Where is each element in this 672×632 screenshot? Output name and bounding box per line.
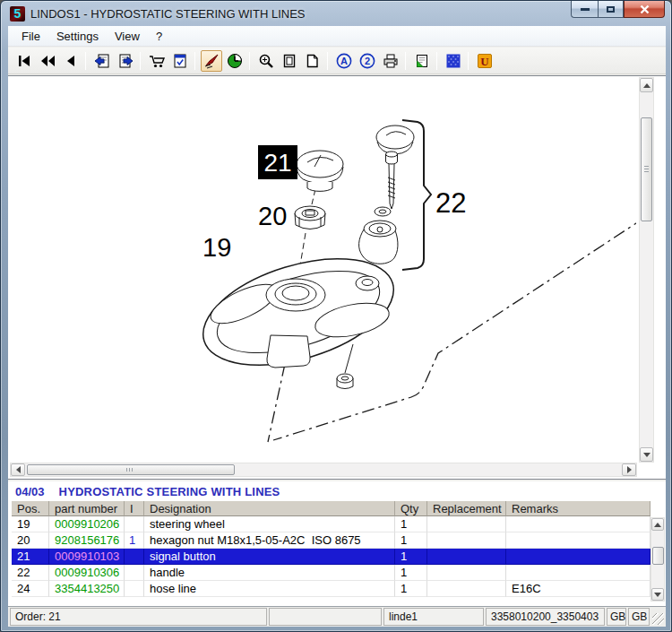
- callout-22[interactable]: 22: [435, 187, 466, 219]
- document-next-button[interactable]: [115, 50, 136, 72]
- document-previous-button[interactable]: [91, 50, 113, 72]
- cell-part-number: 9208156176: [49, 532, 125, 549]
- vertical-scroll-thumb[interactable]: [641, 117, 652, 221]
- diagram-canvas[interactable]: 19 20 21 22: [8, 75, 666, 480]
- cell-part-number: 0009910206: [49, 516, 125, 532]
- assembly-name: HYDROSTATIC STEERING WITH LINES: [59, 485, 280, 498]
- svg-text:U: U: [480, 54, 489, 67]
- window-title: LINDOS1 - HYDROSTATIC STEERING WITH LINE…: [30, 7, 306, 21]
- marker-toggle-button[interactable]: [201, 50, 222, 72]
- notepad-button[interactable]: [411, 50, 433, 72]
- exploded-view-drawing: 19 20 21 22: [9, 77, 636, 462]
- toolbar-separator: [436, 52, 437, 70]
- toolbar: A 2 U: [8, 48, 666, 74]
- maximize-icon: [607, 6, 615, 13]
- world-clock-button[interactable]: [224, 50, 246, 72]
- cell-designation: handle: [144, 565, 395, 581]
- minimize-button[interactable]: [571, 1, 598, 18]
- cell-i: [125, 565, 144, 581]
- date-code: 04/03: [15, 485, 45, 498]
- svg-text:2: 2: [365, 56, 370, 66]
- app-window: 5 LINDOS1 - HYDROSTATIC STEERING WITH LI…: [0, 0, 672, 632]
- marker-pen-icon: [202, 52, 220, 70]
- resize-grip[interactable]: [652, 613, 664, 625]
- status-document: 3358010200_3350403: [486, 608, 605, 626]
- go-previous-button[interactable]: [60, 50, 82, 72]
- menu-view[interactable]: View: [107, 28, 148, 45]
- toolbar-separator: [468, 52, 469, 70]
- drawing-vertical-scrollbar[interactable]: [639, 77, 654, 463]
- menu-settings[interactable]: Settings: [48, 28, 107, 45]
- scroll-right-button[interactable]: [622, 463, 636, 476]
- page-view-large-button[interactable]: [302, 50, 323, 72]
- title-bar[interactable]: 5 LINDOS1 - HYDROSTATIC STEERING WITH LI…: [1, 1, 672, 26]
- assembly-title: 04/03 HYDROSTATIC STEERING WITH LINES: [8, 481, 666, 501]
- table-vertical-scrollbar[interactable]: [650, 517, 665, 602]
- go-first-button[interactable]: [13, 50, 35, 72]
- table-row-pos-24[interactable]: 24 3354413250 hose line 1 E16C: [12, 581, 650, 597]
- world-clock-icon: [226, 52, 244, 70]
- table-row-pos-20[interactable]: 20 9208156176 1 hexagon nut M18x1,5-05-A…: [12, 532, 650, 549]
- cell-qty: 1: [395, 565, 427, 581]
- pattern-box-button[interactable]: [443, 50, 464, 72]
- cell-designation: steering wheel: [144, 516, 395, 532]
- scroll-left-button[interactable]: [11, 463, 25, 476]
- cell-designation: signal button: [144, 549, 395, 565]
- toolbar-separator: [140, 52, 141, 70]
- arrow-up-icon: [643, 83, 650, 88]
- col-pos: Pos.: [12, 501, 49, 516]
- cell-replacement: [427, 581, 506, 597]
- close-button[interactable]: [624, 1, 665, 18]
- label-a-button[interactable]: A: [333, 50, 355, 72]
- cell-i: [125, 549, 144, 565]
- cell-designation: hexagon nut M18x1,5-05-A2C ISO 8675: [144, 532, 395, 549]
- arrow-down-icon: [654, 593, 661, 597]
- cell-pos: 19: [12, 516, 49, 532]
- page-view-small-icon: [280, 52, 298, 70]
- menu-file[interactable]: File: [13, 28, 48, 45]
- callout-19[interactable]: 19: [202, 233, 231, 262]
- maximize-button[interactable]: [598, 1, 624, 18]
- horizontal-scroll-thumb[interactable]: [27, 464, 235, 475]
- drawing-horizontal-scrollbar[interactable]: [10, 463, 637, 477]
- document-next-icon: [116, 52, 134, 70]
- zoom-icon: [257, 52, 275, 70]
- order-list-button[interactable]: [169, 50, 191, 72]
- shopping-cart-button[interactable]: [146, 50, 168, 72]
- table-row-pos-21-selected[interactable]: 21 0009910103 signal button 1: [12, 549, 650, 565]
- label-2-button[interactable]: 2: [357, 50, 378, 72]
- toolbar-separator: [194, 52, 195, 70]
- cell-pos: 20: [12, 532, 49, 549]
- scroll-up-button[interactable]: [640, 78, 653, 92]
- arrow-right-icon: [627, 466, 632, 473]
- part-hexagon-nut[interactable]: [295, 206, 325, 229]
- chain-line: [268, 364, 285, 442]
- scroll-up-button[interactable]: [651, 518, 664, 531]
- cell-replacement: [427, 516, 506, 532]
- minimize-icon: [581, 8, 590, 11]
- thumb-grip: [644, 166, 649, 173]
- scroll-down-button[interactable]: [640, 447, 653, 462]
- go-previous-fast-button[interactable]: [37, 50, 58, 72]
- status-empty: [269, 608, 382, 626]
- scroll-down-button[interactable]: [651, 588, 664, 601]
- part-handle-assembly[interactable]: [359, 120, 431, 270]
- part-signal-button[interactable]: [297, 151, 343, 191]
- table-row-pos-22[interactable]: 22 0009910306 handle 1: [12, 565, 650, 581]
- label-a-icon: A: [335, 52, 353, 70]
- menu-help[interactable]: ?: [148, 28, 170, 45]
- status-user: linde1: [383, 608, 484, 626]
- callout-21-highlighted[interactable]: 21: [258, 145, 297, 179]
- zoom-button[interactable]: [255, 50, 277, 72]
- arrow-up-icon: [654, 523, 661, 527]
- usage-u-button[interactable]: U: [474, 50, 495, 72]
- table-row-pos-19[interactable]: 19 0009910206 steering wheel 1: [12, 516, 650, 532]
- status-bar: Order: 21 linde1 3358010200_3350403 GB G…: [8, 607, 666, 627]
- page-view-small-button[interactable]: [279, 50, 300, 72]
- go-first-icon: [15, 52, 33, 70]
- print-button[interactable]: [380, 50, 401, 72]
- vertical-scroll-thumb[interactable]: [652, 547, 664, 565]
- callout-20[interactable]: 20: [258, 202, 287, 230]
- toolbar-separator: [405, 52, 406, 70]
- cell-i: 1: [125, 532, 144, 549]
